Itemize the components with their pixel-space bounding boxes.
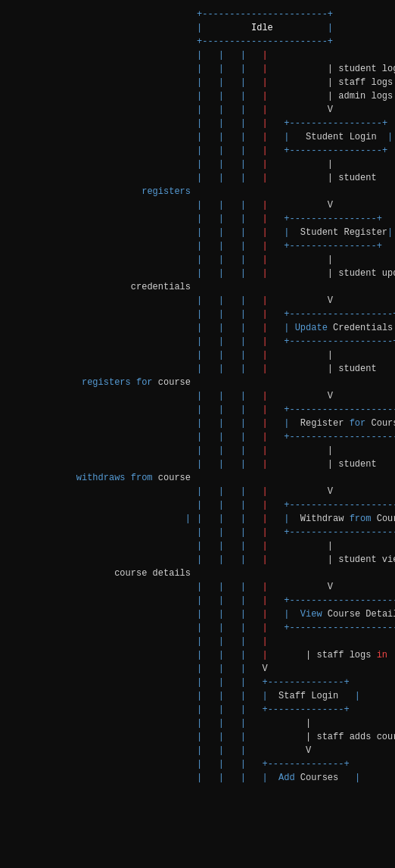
line-staff-login-top: | | | +--------------+ (0, 676, 395, 689)
line-student-register-bottom: | | | | +----------------+ (0, 239, 395, 253)
line-pipe-5: | | | | | (0, 444, 395, 457)
line-update-creds-bottom: | | | | +-------------------+ (0, 335, 395, 348)
line-view-course-bottom: | | | | +--------------------+ (0, 621, 395, 635)
line-staff-logs-in-2: | | | | | staff logs in (0, 648, 395, 662)
line-pipe-7: | | | | (0, 635, 395, 648)
line-arrow-staff: | | | V (0, 662, 395, 676)
line-registers-label: registers (0, 185, 395, 198)
line-withdraw-from-course: | | | | | | Withdraw from Course (0, 512, 395, 526)
line-view-course-top: | | | | +--------------------+ (0, 594, 395, 607)
line-idle-bottom: +-----------------------+ (0, 35, 395, 48)
line-staff-login-bottom: | | | +--------------+ (0, 703, 395, 717)
line-register-for-course: | | | | | Register for Course | (0, 417, 395, 430)
line-admin-logs-in: | | | | | admin logs in (0, 89, 395, 103)
line-register-course-bottom: | | | | +---------------------+ (0, 430, 395, 444)
line-arrow-3: | | | | V (0, 294, 395, 308)
line-register-course-top: | | | | +---------------------+ (0, 403, 395, 417)
line-staff-login: | | | | Staff Login | (0, 689, 395, 703)
line-registers-for-course-label: registers for course (0, 376, 395, 389)
line-student-updates: | | | | | student updates (0, 267, 395, 280)
line-idle-top: +-----------------------+ (0, 8, 395, 21)
line-arrow-2: | | | | V (0, 198, 395, 212)
line-student-register-top: | | | | +----------------+ (0, 212, 395, 226)
line-student-register: | | | | | Student Register| (0, 226, 395, 239)
line-withdraw-course-bottom: | | | | +----------------------+ (0, 526, 395, 539)
line-staff-adds-courses: | | | | staff adds courses (0, 730, 395, 744)
line-arrow-add-courses: | | | V (0, 744, 395, 757)
line-student-login-top: | | | | +-----------------+ (0, 117, 395, 130)
line-arrow-1: | | | | V (0, 103, 395, 117)
line-pipe-2: | | | | | (0, 158, 395, 171)
line-arrow-4: | | | | V (0, 389, 395, 403)
line-student-login-bottom: | | | | +-----------------+ (0, 144, 395, 158)
line-pipe-4: | | | | | (0, 348, 395, 362)
line-arrow-5: | | | | V (0, 485, 395, 498)
line-student-login: | | | | | Student Login | (0, 130, 395, 144)
line-view-course-details: | | | | | View Course Details | (0, 607, 395, 621)
line-add-courses-top: | | | +--------------+ (0, 757, 395, 771)
line-student-registers: | | | | | student (0, 171, 395, 185)
line-pipe-3: | | | | | (0, 253, 395, 267)
line-add-courses: | | | | Add Courses | (0, 771, 395, 785)
line-student-views: | | | | | student views (0, 553, 395, 567)
line-arrow-6: | | | | V (0, 580, 395, 594)
line-pipe-8: | | | | (0, 717, 395, 730)
line-pipes-1: | | | | (0, 48, 395, 62)
line-credentials-label: credentials (0, 280, 395, 294)
line-pipe-6: | | | | | (0, 539, 395, 553)
line-withdraw-course-top: | | | | +----------------------+ (0, 498, 395, 512)
line-withdraws-label: withdraws from course (0, 471, 395, 485)
line-course-details-label: course details (0, 567, 395, 580)
line-staff-logs-in: | | | | | staff logs in (0, 76, 395, 89)
line-student-withdraws: | | | | | student (0, 457, 395, 471)
line-update-credentials: | | | | | Update Credentials | (0, 321, 395, 335)
line-update-creds-top: | | | | +-------------------+ (0, 308, 395, 321)
line-student-registers-course: | | | | | student (0, 362, 395, 376)
line-student-logs-in: | | | | | student logs in (0, 62, 395, 76)
diagram-container: +-----------------------+ | Idle | +----… (0, 8, 395, 785)
line-idle: | Idle | (0, 21, 395, 35)
